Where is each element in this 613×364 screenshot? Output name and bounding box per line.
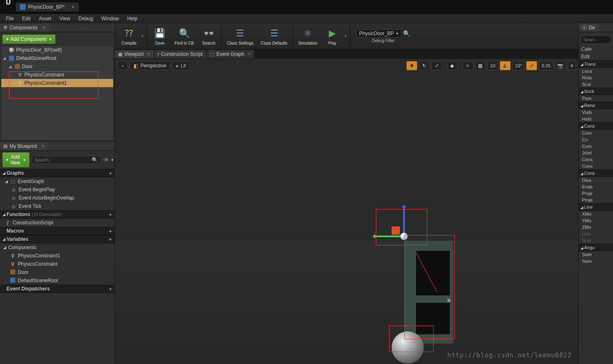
plus-icon[interactable]: +	[109, 236, 112, 243]
plus-icon[interactable]: +	[109, 212, 112, 218]
close-icon[interactable]: ×	[248, 51, 251, 57]
scale-mode-button[interactable]: ⤢	[431, 61, 442, 70]
myblueprint-tab[interactable]: ▤ My Blueprint ×	[0, 142, 48, 150]
rotate-mode-button[interactable]: ↻	[419, 61, 430, 70]
simulation-button[interactable]: ⚛Simulation	[295, 23, 321, 49]
tree-row[interactable]: ◢ Door	[1, 62, 113, 71]
details-row[interactable]: Swin	[579, 258, 613, 264]
compile-button[interactable]: ⁇Compile	[118, 23, 140, 49]
surface-snap-button[interactable]: ⌗	[463, 61, 473, 70]
search-input[interactable]	[35, 157, 92, 162]
search-icon[interactable]: 🔍	[403, 30, 410, 37]
translate-mode-button[interactable]: ✥	[406, 61, 417, 70]
details-section-header[interactable]: ◢Cons	[579, 169, 613, 177]
menu-asset[interactable]: Asset	[35, 14, 55, 23]
menu-file[interactable]: File	[2, 14, 18, 23]
tab-construction-script[interactable]: fConstruction Script	[154, 50, 206, 58]
details-row[interactable]: Rota	[579, 74, 613, 81]
compile-dropdown[interactable]: ▼	[140, 23, 145, 49]
bp-row[interactable]: ◇Event Tick	[0, 202, 114, 210]
details-row[interactable]: Visib	[579, 109, 613, 116]
camera-speed-value[interactable]: 4	[568, 61, 576, 70]
add-component-button[interactable]: + Add Component ▼	[2, 35, 55, 44]
bp-row[interactable]: ◇Event ActorBeginOverlap	[0, 194, 114, 202]
category-graphs[interactable]: ◢Graphs+	[0, 169, 114, 177]
class-settings-button[interactable]: ☰Class Settings	[223, 23, 257, 49]
play-dropdown[interactable]: ▼	[343, 23, 348, 49]
tree-row-self[interactable]: PhysicDoor_BP(self)	[1, 46, 113, 54]
close-icon[interactable]: ×	[42, 143, 45, 149]
details-row[interactable]: Co	[579, 136, 613, 143]
bp-row[interactable]: ◢Components	[0, 243, 114, 252]
details-section-header[interactable]: ◢Angu	[579, 244, 613, 251]
details-row[interactable]: Com	[579, 130, 613, 136]
menu-view[interactable]: View	[55, 14, 74, 23]
menu-edit[interactable]: Edit	[18, 14, 35, 23]
close-icon[interactable]: ×	[147, 51, 150, 57]
scale-snap-button[interactable]: ⤢	[526, 61, 537, 70]
bp-row[interactable]: ⚲PhysicsConstraint1	[0, 252, 114, 260]
details-search[interactable]	[580, 36, 611, 44]
details-row[interactable]: Pare	[579, 95, 613, 102]
scale-snap-value[interactable]: 0.25	[539, 61, 553, 70]
details-section-header[interactable]: ◢Line	[579, 203, 613, 211]
tree-row[interactable]: ⚲ PhysicsConstraint	[1, 71, 113, 79]
details-section-header[interactable]: ◢Cons	[579, 122, 613, 130]
tab-viewport[interactable]: ▦Viewport×	[115, 50, 154, 58]
search-input[interactable]	[583, 37, 608, 42]
bp-row[interactable]: ◇Event BeginPlay	[0, 186, 114, 194]
coord-space-button[interactable]: ◆	[447, 61, 458, 70]
bp-row[interactable]: DefaultSceneRoot	[0, 276, 114, 285]
eye-icon[interactable]: 👁	[103, 157, 109, 163]
tab-event-graph[interactable]: ⬚Event Graph×	[207, 50, 254, 58]
viewport-menu-button[interactable]: ▼	[117, 61, 128, 70]
plus-icon[interactable]: +	[109, 170, 112, 176]
details-section-header[interactable]: ◢Sock	[579, 88, 613, 95]
details-row[interactable]: YMo	[579, 217, 613, 224]
bp-row[interactable]: Door	[0, 268, 114, 276]
viewport-perspective-button[interactable]: ◧Perspective	[130, 61, 170, 70]
details-row[interactable]: Swin	[579, 251, 613, 258]
category-macros[interactable]: Macros+	[0, 227, 114, 235]
debug-filter-dropdown[interactable]: PhysicDoor_BP ▼	[356, 29, 402, 38]
viewport[interactable]: ▼ ◧Perspective ●Lit ✥ ↻ ⤢ ◆ ⌗ ▦ 10 ∡ 10°…	[115, 59, 578, 364]
menu-window[interactable]: Window	[97, 14, 123, 23]
menu-debug[interactable]: Debug	[74, 14, 97, 23]
class-defaults-button[interactable]: ☰Class Defaults	[257, 23, 290, 49]
grid-snap-button[interactable]: ▦	[475, 61, 486, 70]
details-tab[interactable]: ⓘ De	[579, 24, 598, 32]
category-dispatchers[interactable]: Event Dispatchers+	[0, 285, 114, 293]
details-row[interactable]: Enab	[579, 183, 613, 190]
close-icon[interactable]: ×	[42, 24, 45, 31]
category-variables[interactable]: ◢Variables+	[0, 235, 114, 243]
myblueprint-search[interactable]: 🔍	[31, 156, 102, 164]
close-icon[interactable]: ×	[71, 4, 75, 10]
details-row[interactable]: Scal	[579, 81, 613, 88]
find-in-cb-button[interactable]: 🔍Find in CB	[171, 23, 197, 49]
plus-icon[interactable]: +	[109, 286, 112, 292]
details-row[interactable]: Proje	[579, 197, 613, 203]
bp-row[interactable]: ⚲PhysicsConstraint	[0, 260, 114, 268]
camera-speed-button[interactable]: 📷	[555, 61, 566, 70]
viewport-lit-button[interactable]: ●Lit	[172, 61, 190, 70]
category-functions[interactable]: ◢Functions(18 Overridable)+	[0, 210, 114, 219]
details-section-header[interactable]: ◢Rend	[579, 102, 613, 109]
tree-row[interactable]: ◢ DefaultSceneRoot	[1, 54, 113, 62]
caret-down-icon[interactable]: ▼	[111, 158, 114, 162]
details-row[interactable]: Com	[579, 143, 613, 150]
bp-row[interactable]: ƒConstructionScript	[0, 219, 114, 227]
details-row[interactable]: Proje	[579, 190, 613, 197]
plus-icon[interactable]: +	[109, 228, 112, 234]
details-section-header[interactable]: ◢Trans	[579, 60, 613, 68]
details-row[interactable]: Disa	[579, 177, 613, 183]
details-row[interactable]: Joint	[579, 150, 613, 156]
details-row[interactable]: Loca	[579, 68, 613, 74]
document-tab[interactable]: PhysicDoor_BP* ×	[16, 2, 79, 12]
details-row[interactable]: XMo	[579, 211, 613, 217]
details-row[interactable]: ZMo	[579, 224, 613, 231]
bp-row[interactable]: ◢⬚EventGraph	[0, 177, 114, 186]
tree-row-selected[interactable]: ⚲ PhysicsConstraint1	[1, 79, 113, 87]
details-row[interactable]: Hidd	[579, 116, 613, 122]
components-tab[interactable]: ⚙ Components ×	[0, 24, 49, 32]
search-button[interactable]: 👓Search	[198, 23, 219, 49]
